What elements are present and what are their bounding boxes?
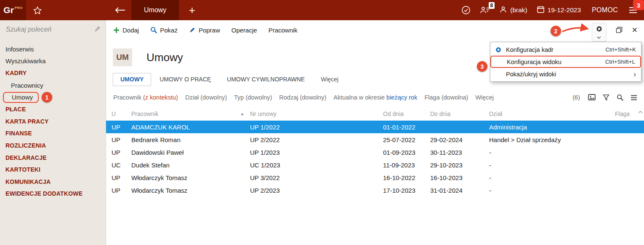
table-row-2[interactable]: UPBednarek RomanUP 2/202225-07-202229-02… bbox=[106, 133, 644, 146]
filter-rodzaj[interactable]: Rodzaj (dowolny) bbox=[279, 94, 326, 101]
notification-badge[interactable]: 3 bbox=[633, 0, 644, 10]
cell-pracownik: Włodarczyk Tomasz bbox=[131, 184, 250, 197]
sidebar-item-karta-pracy[interactable]: KARTA PRACY bbox=[0, 116, 106, 128]
user-indicator[interactable]: (brak) bbox=[499, 5, 527, 15]
view-tab-umowy[interactable]: UMOWY bbox=[113, 73, 151, 86]
view-tab-umowy-cywilnoprawne[interactable]: UMOWY CYWILNOPRAWNE bbox=[219, 73, 312, 86]
employees-report-icon[interactable]: 8 bbox=[480, 6, 490, 14]
toolbar-button-operacje[interactable]: Operacje bbox=[232, 27, 257, 34]
cell-nr-umowy: UP 1/2023 bbox=[250, 146, 383, 159]
cell-od-dnia: 25-07-2022 bbox=[383, 133, 430, 146]
check-circle-icon[interactable] bbox=[461, 5, 471, 15]
filter-aktualna-w-okresie[interactable]: Aktualna w okresie bieżący rok bbox=[333, 94, 417, 101]
column-header-do-dnia[interactable]: Do dnia bbox=[430, 107, 489, 121]
cell-od-dnia: 01-09-2023 bbox=[383, 146, 430, 159]
filter-label: Typ bbox=[234, 94, 244, 101]
cell-u: UP bbox=[106, 146, 131, 159]
command-search-input[interactable]: Szukaj poleceń bbox=[0, 20, 106, 39]
sidebar-item-wyszukiwarka[interactable]: Wyszukiwarka bbox=[0, 55, 106, 67]
toolbar-button-dodaj[interactable]: Dodaj bbox=[113, 27, 139, 34]
calendar-icon bbox=[537, 5, 545, 15]
edit-pencil-icon bbox=[189, 27, 196, 33]
scroll-up-icon[interactable] bbox=[638, 110, 643, 113]
menu-shortcut: Ctrl+Shift+L bbox=[605, 59, 635, 65]
sidebar-item-place[interactable]: PŁACE bbox=[0, 103, 106, 116]
cell-dzial: - bbox=[489, 159, 607, 171]
sidebar-item-umowy[interactable]: Umowy1 bbox=[0, 91, 106, 103]
help-button[interactable]: POMOC bbox=[592, 6, 618, 14]
column-header-dzial[interactable]: Dział bbox=[489, 107, 607, 121]
table-row-4[interactable]: UCDudek StefanUC 1/202311-09-202329-10-2… bbox=[106, 159, 644, 171]
cell-pracownik: ADAMCZUK KAROL bbox=[131, 121, 250, 133]
filter-typ[interactable]: Typ (dowolny) bbox=[234, 94, 272, 101]
sidebar-item-finanse[interactable]: FINANSE bbox=[0, 127, 106, 140]
column-header-flaga[interactable]: Flaga bbox=[607, 107, 644, 121]
sidebar-item-pracownicy[interactable]: Pracownicy bbox=[0, 79, 106, 92]
table-row-6[interactable]: UPWłodarczyk TomaszUP 2/202317-10-202331… bbox=[106, 184, 644, 197]
annotation-step-1: 1 bbox=[42, 92, 52, 102]
column-header-u[interactable]: U bbox=[106, 107, 131, 121]
back-arrow-icon[interactable] bbox=[114, 7, 125, 13]
pin-icon[interactable] bbox=[94, 26, 101, 34]
menu-item-label: Pokaż/ukryj widoki bbox=[506, 71, 633, 78]
sidebar-item-komunikacja[interactable]: KOMUNIKACJA bbox=[0, 176, 106, 188]
filter-value: (z kontekstu) bbox=[141, 94, 178, 101]
column-header-pracownik[interactable]: Pracownik▲ bbox=[131, 107, 250, 121]
column-header-label: Od dnia bbox=[383, 110, 404, 117]
toolbar-button-popraw[interactable]: Popraw bbox=[189, 27, 220, 34]
window-controls: ✕ bbox=[592, 20, 644, 40]
show-search-icon bbox=[150, 27, 157, 33]
toolbar-button-pokaz[interactable]: Pokaż bbox=[150, 27, 178, 34]
search-icon[interactable] bbox=[617, 94, 623, 101]
view-tab-umowy-o-prace[interactable]: UMOWY O PRACĘ bbox=[152, 73, 218, 86]
toolbar-button-label: Popraw bbox=[199, 27, 220, 34]
cell-flaga bbox=[607, 133, 644, 146]
star-icon[interactable] bbox=[26, 6, 49, 14]
close-icon[interactable]: ✕ bbox=[632, 26, 638, 35]
menu-item-pokaz-ukryj-widoki[interactable]: Pokaż/ukryj widoki› bbox=[490, 68, 641, 80]
filter-dzial[interactable]: Dział (dowolny) bbox=[185, 94, 227, 101]
menu-item-label: Konfiguracja widoku bbox=[507, 59, 605, 65]
toolbar-button-pracownik[interactable]: Pracownik bbox=[269, 27, 298, 34]
sidebar-item-kartoteki[interactable]: KARTOTEKI bbox=[0, 164, 106, 176]
filter-wiecej[interactable]: Więcej bbox=[475, 94, 494, 101]
cell-do-dnia: 16-10-2023 bbox=[430, 171, 489, 184]
menu-item-konfiguracja-kadr[interactable]: Konfiguracja kadrCtrl+Shift+K bbox=[490, 43, 641, 56]
filter-label: Rodzaj bbox=[279, 94, 298, 101]
sidebar-item-infoserwis[interactable]: Infoserwis bbox=[0, 43, 106, 55]
toolbar-items: DodajPokażPoprawOperacjePracownik bbox=[106, 27, 298, 34]
menu-shortcut: Ctrl+Shift+K bbox=[605, 46, 636, 53]
table-row-1[interactable]: UPADAMCZUK KAROLUP 1/202201-01-2022Admin… bbox=[106, 121, 644, 133]
column-header-nr-umowy[interactable]: Nr umowy bbox=[250, 107, 383, 121]
sidebar-item-rozliczenia[interactable]: ROZLICZENIA bbox=[0, 140, 106, 152]
table-header: UPracownik▲Nr umowyOd dniaDo dniaDziałFl… bbox=[106, 107, 644, 121]
app-logo[interactable]: GrPRO bbox=[0, 0, 26, 20]
sidebar-item-ewidencje-dodatkowe[interactable]: EWIDENCJE DODATKOWE bbox=[0, 188, 106, 200]
sidebar-item-label: KARTOTEKI bbox=[5, 166, 40, 173]
date-label: 19-12-2023 bbox=[548, 6, 581, 14]
settings-gear-icon[interactable] bbox=[592, 23, 607, 42]
restore-window-icon[interactable] bbox=[616, 27, 623, 33]
date-indicator[interactable]: 19-12-2023 bbox=[537, 5, 581, 15]
user-icon bbox=[499, 5, 507, 15]
employees-badge: 8 bbox=[489, 2, 495, 9]
sidebar-item-deklaracje[interactable]: DEKLARACJE bbox=[0, 151, 106, 164]
sidebar-item-kadry[interactable]: KADRY bbox=[0, 67, 106, 79]
table-row-3[interactable]: UPDawidowski PawełUP 1/202301-09-202330-… bbox=[106, 146, 644, 159]
cell-od-dnia: 11-09-2023 bbox=[383, 159, 430, 171]
new-tab-plus-icon[interactable]: + bbox=[186, 5, 198, 16]
filter-value: (dowolny) bbox=[244, 94, 272, 101]
annotation-arrow bbox=[562, 24, 593, 36]
view-tab-wiecej[interactable]: Więcej bbox=[313, 73, 346, 86]
list-menu-icon[interactable] bbox=[631, 95, 637, 100]
filter-flaga[interactable]: Flaga (dowolna) bbox=[424, 94, 468, 101]
column-header-od-dnia[interactable]: Od dnia bbox=[383, 107, 430, 121]
sidebar-item-label: KADRY bbox=[5, 70, 27, 76]
filter-pracownik[interactable]: Pracownik (z kontekstu) bbox=[113, 94, 178, 101]
table-row-5[interactable]: UPWłodarczyk TomaszUP 3/202216-10-202216… bbox=[106, 171, 644, 184]
cell-do-dnia bbox=[430, 121, 489, 133]
open-tab-umowy[interactable]: Umowy bbox=[131, 0, 179, 20]
chart-view-icon[interactable] bbox=[588, 94, 596, 101]
menu-item-konfiguracja-widoku[interactable]: Konfiguracja widokuCtrl+Shift+L bbox=[490, 56, 641, 68]
funnel-filter-icon[interactable] bbox=[603, 94, 609, 101]
